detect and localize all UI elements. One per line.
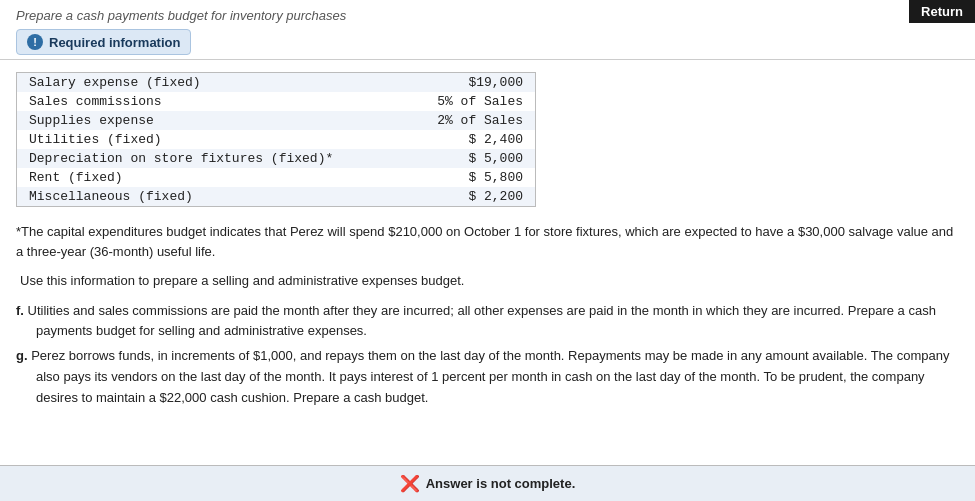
f-label: f.: [16, 303, 24, 318]
table-row: Depreciation on store fixtures (fixed)*$…: [17, 149, 535, 168]
use-note: Use this information to prepare a sellin…: [20, 271, 959, 291]
fg-notes: f. Utilities and sales commissions are p…: [16, 301, 956, 409]
return-button[interactable]: Return: [909, 0, 975, 23]
row-value: 5% of Sales: [413, 92, 535, 111]
header-area: Prepare a cash payments budget for inven…: [0, 0, 975, 60]
row-label: Miscellaneous (fixed): [17, 187, 413, 206]
table-row: Sales commissions5% of Sales: [17, 92, 535, 111]
g-text: Perez borrows funds, in increments of $1…: [31, 348, 949, 405]
g-label: g.: [16, 348, 28, 363]
row-value: $ 5,800: [413, 168, 535, 187]
row-value: $ 2,200: [413, 187, 535, 206]
row-label: Rent (fixed): [17, 168, 413, 187]
badge-label: Required information: [49, 35, 180, 50]
table-row: Salary expense (fixed)$19,000: [17, 73, 535, 92]
table-row: Miscellaneous (fixed)$ 2,200: [17, 187, 535, 206]
row-value: 2% of Sales: [413, 111, 535, 130]
expense-table: Salary expense (fixed)$19,000Sales commi…: [17, 73, 535, 206]
row-value: $ 5,000: [413, 149, 535, 168]
row-label: Depreciation on store fixtures (fixed)*: [17, 149, 413, 168]
row-label: Salary expense (fixed): [17, 73, 413, 92]
row-value: $19,000: [413, 73, 535, 92]
page-title: Prepare a cash payments budget for inven…: [16, 8, 959, 23]
expense-table-wrapper: Salary expense (fixed)$19,000Sales commi…: [16, 72, 536, 207]
main-content: Salary expense (fixed)$19,000Sales commi…: [0, 60, 975, 426]
error-icon: ❌: [400, 474, 420, 493]
table-row: Supplies expense2% of Sales: [17, 111, 535, 130]
return-label: Return: [921, 4, 963, 19]
f-note: f. Utilities and sales commissions are p…: [16, 301, 956, 343]
table-row: Utilities (fixed)$ 2,400: [17, 130, 535, 149]
capital-note: *The capital expenditures budget indicat…: [16, 222, 956, 261]
bottom-bar: ❌ Answer is not complete.: [0, 465, 975, 501]
info-icon: !: [27, 34, 43, 50]
row-label: Supplies expense: [17, 111, 413, 130]
status-text: Answer is not complete.: [426, 476, 576, 491]
table-row: Rent (fixed)$ 5,800: [17, 168, 535, 187]
row-label: Utilities (fixed): [17, 130, 413, 149]
answer-status: ❌ Answer is not complete.: [400, 474, 576, 493]
row-label: Sales commissions: [17, 92, 413, 111]
required-info-badge: ! Required information: [16, 29, 191, 55]
row-value: $ 2,400: [413, 130, 535, 149]
g-note: g. Perez borrows funds, in increments of…: [16, 346, 956, 408]
f-text: Utilities and sales commissions are paid…: [28, 303, 936, 339]
